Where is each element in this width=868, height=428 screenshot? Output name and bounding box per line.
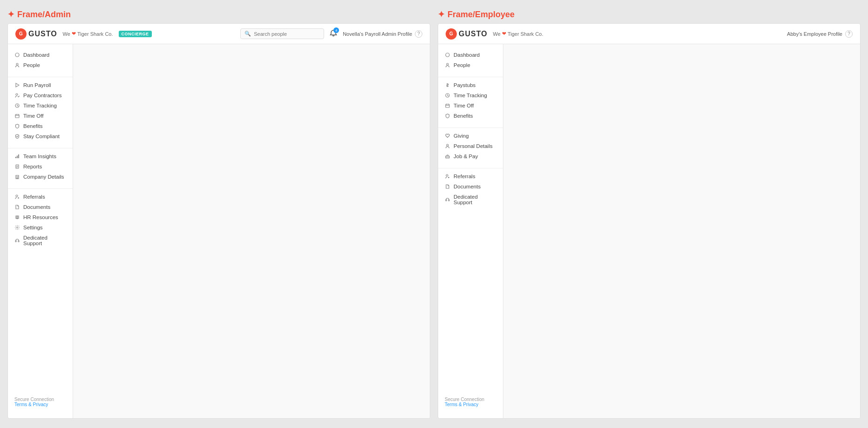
person-check-icon (14, 93, 20, 98)
sidebar-item-dedicated-support[interactable]: Dedicated Support (8, 233, 73, 248)
app-header-employee: G GUSTO We ❤ Tiger Shark Co.Abby's Emplo… (438, 24, 860, 44)
sidebar-item-label: Referrals (23, 194, 45, 200)
sidebar-item-documents[interactable]: Documents (438, 181, 503, 192)
company-name: Tiger Shark Co. (77, 31, 113, 37)
gusto-logo-employee[interactable]: G GUSTO (446, 28, 488, 40)
app-body-employee: DashboardPeoplePaystubsTime TrackingTime… (438, 44, 860, 418)
headset-icon (445, 197, 450, 202)
app-window-employee: G GUSTO We ❤ Tiger Shark Co.Abby's Emplo… (438, 23, 861, 419)
gusto-logo-admin[interactable]: G GUSTO (15, 28, 57, 40)
circle-icon (14, 52, 20, 58)
sidebar-item-documents[interactable]: Documents (8, 202, 73, 212)
sidebar-item-settings[interactable]: Settings (8, 222, 73, 233)
sidebar-item-time-tracking[interactable]: Time Tracking (8, 100, 73, 111)
sidebar-item-benefits[interactable]: Benefits (438, 111, 503, 121)
heart-icon: ❤ (72, 31, 76, 37)
sidebar-item-label: Time Tracking (23, 103, 57, 108)
sidebar-item-dedicated-support[interactable]: Dedicated Support (438, 192, 503, 207)
we-text: We (63, 31, 70, 37)
help-icon[interactable]: ? (845, 30, 853, 38)
svg-rect-11 (18, 154, 19, 158)
sidebar-item-job-&-pay[interactable]: Job & Pay (438, 151, 503, 161)
sidebar-item-pay-contractors[interactable]: Pay Contractors (8, 90, 73, 100)
notification-icon[interactable]: 4 (330, 29, 337, 38)
sidebar-item-referrals[interactable]: Referrals (8, 192, 73, 202)
sidebar-item-dashboard[interactable]: Dashboard (8, 50, 73, 60)
sidebar-item-personal-details[interactable]: Personal Details (438, 141, 503, 151)
svg-point-0 (15, 53, 19, 57)
sidebar-item-hr-resources[interactable]: HR Resources (8, 212, 73, 222)
help-icon[interactable]: ? (415, 30, 422, 38)
sidebar-section-1: Run PayrollPay ContractorsTime TrackingT… (8, 80, 73, 141)
sidebar-item-label: Pay Contractors (23, 93, 61, 98)
svg-point-20 (16, 195, 18, 197)
sidebar-divider (438, 127, 503, 128)
sidebar-divider (8, 188, 73, 189)
sidebar-item-people[interactable]: People (8, 60, 73, 70)
frame-title-employee: ✦ Frame/Employee (438, 9, 861, 20)
sidebar-section-3: ReferralsDocumentsDedicated Support (438, 171, 503, 207)
sidebar-divider (8, 77, 73, 77)
sidebar-item-time-off[interactable]: Time Off (8, 111, 73, 121)
sidebar-item-label: HR Resources (23, 214, 58, 220)
svg-rect-25 (18, 241, 19, 242)
sidebar-item-time-off[interactable]: Time Off (438, 100, 503, 111)
sidebar-item-stay-compliant[interactable]: Stay Compliant (8, 131, 73, 141)
sidebar-item-label: Team Insights (23, 154, 56, 159)
sidebar-item-benefits[interactable]: Benefits (8, 121, 73, 131)
gusto-logo-circle: G (446, 28, 457, 40)
sidebar-item-label: Job & Pay (454, 154, 478, 159)
sidebar-footer-admin: Secure Connection Terms & Privacy (8, 391, 73, 413)
sidebar-item-label: Stay Compliant (23, 134, 60, 139)
person-icon (445, 62, 450, 68)
header-company-info-admin: We ❤ Tiger Shark Co. (63, 31, 113, 37)
file-icon (445, 184, 450, 189)
sidebar-item-people[interactable]: People (438, 60, 503, 70)
sidebar-item-label: People (23, 62, 40, 68)
sidebar-item-giving[interactable]: Giving (438, 131, 503, 141)
we-text: We (493, 31, 501, 37)
sidebar-item-paystubs[interactable]: Paystubs (438, 80, 503, 90)
header-profile-employee[interactable]: Abby's Employee Profile? (787, 30, 853, 38)
sidebar-item-referrals[interactable]: Referrals (438, 171, 503, 181)
sidebar-item-label: Run Payroll (23, 82, 51, 88)
sidebar-item-label: Time Tracking (454, 93, 487, 98)
file-icon (14, 204, 20, 210)
svg-point-3 (16, 94, 18, 95)
sidebar-item-label: Documents (23, 204, 50, 210)
check-shield-icon (14, 134, 20, 139)
app-window-admin: G GUSTO We ❤ Tiger Shark Co.CONCIERGE 🔍 … (7, 23, 430, 419)
search-input[interactable] (254, 31, 320, 37)
sidebar-item-label: Settings (23, 225, 43, 230)
sidebar-item-company-details[interactable]: Company Details (8, 172, 73, 182)
svg-rect-5 (15, 114, 19, 118)
header-profile-admin[interactable]: Novella's Payroll Admin Profile? (343, 30, 422, 38)
calendar-icon (445, 103, 450, 108)
sidebar-section-2: Team InsightsReportsCompany Details (8, 151, 73, 182)
sidebar-item-time-tracking[interactable]: Time Tracking (438, 90, 503, 100)
sidebar-item-dashboard[interactable]: Dashboard (438, 50, 503, 60)
sidebar-section-0: DashboardPeople (8, 50, 73, 70)
terms-privacy-link[interactable]: Terms & Privacy (445, 402, 478, 407)
concierge-badge: CONCIERGE (119, 31, 152, 37)
sidebar-item-label: Personal Details (454, 143, 493, 149)
person-add-icon (445, 174, 450, 179)
briefcase-icon (445, 154, 450, 159)
terms-privacy-link[interactable]: Terms & Privacy (14, 402, 48, 407)
sidebar-section-0: DashboardPeople (438, 50, 503, 70)
sidebar-item-label: Dedicated Support (454, 194, 496, 205)
document-icon (14, 164, 20, 169)
main-content-employee (503, 44, 860, 418)
sidebar-item-reports[interactable]: Reports (8, 161, 73, 172)
sidebar-divider (438, 77, 503, 77)
secure-connection-text: Secure Connection (14, 397, 66, 402)
sidebar-item-label: People (454, 62, 470, 68)
gusto-logo-text: GUSTO (28, 30, 57, 38)
header-company-info-employee: We ❤ Tiger Shark Co. (493, 31, 543, 37)
sidebar-section-1: PaystubsTime TrackingTime OffBenefits (438, 80, 503, 121)
person-icon (445, 143, 450, 149)
sidebar-item-label: Referrals (454, 174, 475, 179)
headset-icon (14, 238, 20, 243)
sidebar-item-team-insights[interactable]: Team Insights (8, 151, 73, 161)
sidebar-item-run-payroll[interactable]: Run Payroll (8, 80, 73, 90)
